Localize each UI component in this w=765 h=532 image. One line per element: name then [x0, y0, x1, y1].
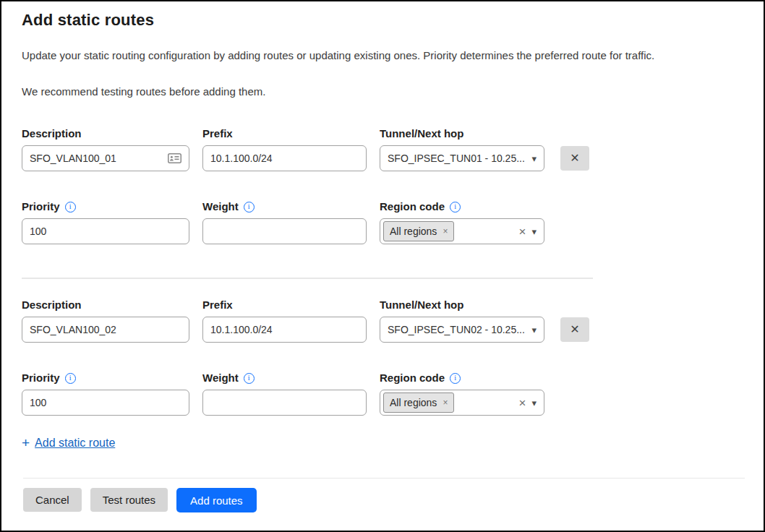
chevron-down-icon: ▾ [531, 325, 537, 335]
routes-form: Description [22, 127, 743, 451]
tunnel-select[interactable]: SFO_IPSEC_TUN02 - 10.25... ▾ [380, 317, 544, 343]
dialog-footer: Cancel Test routes Add routes [23, 478, 745, 512]
priority-input[interactable] [30, 397, 181, 408]
tunnel-label: Tunnel/Next hop [380, 127, 544, 140]
region-code-multiselect[interactable]: All regions × × ▾ [380, 218, 544, 244]
route-group-1: Description [22, 127, 743, 244]
prefix-input-box [202, 145, 367, 171]
prefix-label: Prefix [202, 127, 367, 140]
info-icon[interactable]: i [450, 202, 461, 213]
priority-input-box [22, 390, 189, 416]
info-icon[interactable]: i [244, 202, 255, 213]
intro-text-line1: Update your static routing configuration… [22, 48, 743, 63]
clear-selection-icon[interactable]: × [519, 226, 526, 238]
region-tag-label: All regions [390, 397, 437, 408]
plus-icon: + [22, 435, 30, 451]
region-code-label: Region code [380, 372, 445, 385]
weight-label: Weight [202, 372, 239, 385]
add-static-route-row: + Add static route [22, 435, 743, 451]
info-icon[interactable]: i [244, 373, 255, 384]
description-input[interactable] [30, 324, 181, 335]
priority-input-box [22, 218, 189, 244]
description-label: Description [22, 127, 189, 140]
tunnel-selected-value: SFO_IPSEC_TUN02 - 10.25... [388, 324, 526, 335]
remove-route-button[interactable]: ✕ [560, 317, 589, 342]
add-routes-button[interactable]: Add routes [176, 488, 257, 512]
priority-label: Priority [22, 200, 60, 213]
prefix-input-box [202, 317, 367, 343]
weight-input-box [202, 218, 367, 244]
region-tag-chip: All regions × [383, 392, 454, 413]
tunnel-selected-value: SFO_IPSEC_TUN01 - 10.25... [388, 153, 526, 164]
tunnel-label: Tunnel/Next hop [380, 299, 544, 312]
add-static-route-link[interactable]: Add static route [35, 437, 115, 450]
info-icon[interactable]: i [65, 373, 76, 384]
prefix-label: Prefix [202, 299, 367, 312]
page-title: Add static routes [22, 11, 743, 30]
priority-label: Priority [22, 372, 60, 385]
region-tag-chip: All regions × [383, 221, 454, 241]
tunnel-select[interactable]: SFO_IPSEC_TUN01 - 10.25... ▾ [380, 145, 544, 171]
remove-tag-icon[interactable]: × [443, 398, 448, 408]
info-icon[interactable]: i [450, 373, 461, 384]
weight-input[interactable] [210, 226, 359, 237]
remove-tag-icon[interactable]: × [443, 226, 448, 236]
intro-text-line2: We recommend testing routes before addin… [22, 85, 743, 99]
add-static-routes-dialog: Add static routes Update your static rou… [0, 0, 765, 532]
chevron-down-icon: ▾ [531, 154, 537, 163]
route-group-2: Description Prefix Tunnel/Next hop SFO_I… [22, 299, 743, 416]
cancel-button[interactable]: Cancel [23, 488, 82, 512]
weight-label: Weight [202, 200, 239, 213]
chevron-down-icon: ▾ [531, 398, 537, 408]
test-routes-button[interactable]: Test routes [90, 488, 168, 512]
remove-route-button[interactable]: ✕ [560, 146, 589, 171]
description-input-box [22, 145, 189, 171]
weight-input-box [202, 390, 367, 416]
prefix-input[interactable] [210, 153, 359, 164]
info-icon[interactable]: i [65, 202, 76, 213]
weight-input[interactable] [210, 397, 359, 408]
region-code-multiselect[interactable]: All regions × × ▾ [380, 390, 544, 416]
chevron-down-icon: ▾ [531, 227, 537, 236]
priority-input[interactable] [30, 226, 181, 237]
description-input-box [22, 317, 189, 343]
description-label: Description [22, 299, 189, 312]
region-tag-label: All regions [390, 226, 437, 237]
prefix-input[interactable] [210, 324, 359, 335]
region-code-label: Region code [380, 200, 445, 213]
description-input[interactable] [30, 153, 163, 164]
route-group-divider [22, 278, 593, 279]
contact-card-icon [168, 153, 181, 163]
clear-selection-icon[interactable]: × [519, 397, 526, 409]
